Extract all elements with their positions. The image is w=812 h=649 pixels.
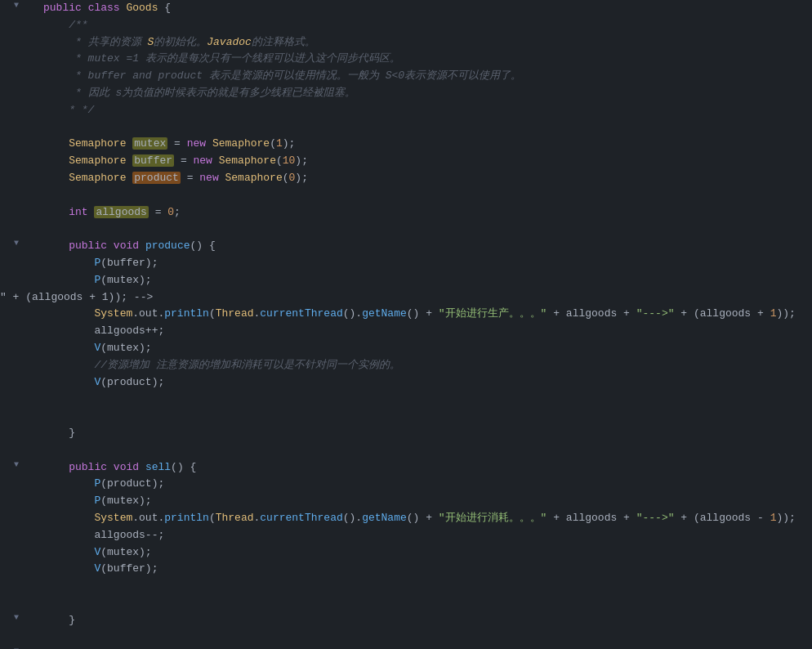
line-content-1: public class Goods {: [37, 0, 812, 17]
line-content-29: P(mutex);: [37, 493, 812, 510]
line-content-12: [37, 187, 812, 204]
code-line-14: [0, 221, 812, 238]
line-content-18: System.out.println(Thread.currentThread(…: [37, 306, 812, 323]
line-content-13: int allgoods = 0;: [37, 204, 812, 222]
code-line-25: }: [0, 425, 812, 442]
gutter-15: ▼: [0, 238, 37, 249]
code-line-37: [0, 629, 812, 646]
code-editor: ▼ public class Goods { /** * 共享的资源 S的初始化…: [0, 0, 812, 649]
code-line-35: [0, 595, 812, 612]
code-line-10: Semaphore buffer = new Semaphore(10);: [0, 153, 812, 170]
code-line-5: * buffer and product 表示是资源的可以使用情况。一般为 S<…: [0, 68, 812, 85]
gutter-1: ▼: [0, 0, 37, 11]
code-line-4: * mutex =1 表示的是每次只有一个线程可以进入这个同步代码区。: [0, 51, 812, 68]
code-line-36: ▼ }: [0, 612, 812, 629]
code-line-32: V(mutex);: [0, 544, 812, 562]
code-line-27: ▼ public void sell() {: [0, 459, 812, 477]
code-line-31: allgoods--;: [0, 527, 812, 544]
line-content-5: * buffer and product 表示是资源的可以使用情况。一般为 S<…: [37, 68, 812, 85]
code-line-18: System.out.println(Thread.currentThread(…: [0, 306, 812, 323]
line-content-4: * mutex =1 表示的是每次只有一个线程可以进入这个同步代码区。: [37, 51, 812, 68]
code-line-6: * 因此 s为负值的时候表示的就是有多少线程已经被阻塞。: [0, 85, 812, 102]
code-line-29: P(mutex);: [0, 493, 812, 510]
line-content-10: Semaphore buffer = new Semaphore(10);: [37, 153, 812, 170]
line-content-3: * 共享的资源 S的初始化。Javadoc的注释格式。: [37, 34, 812, 51]
line-content-36: }: [37, 612, 812, 629]
line-content-22: V(product);: [37, 374, 812, 392]
code-line-28: P(product);: [0, 476, 812, 493]
code-line-30: System.out.println(Thread.currentThread(…: [0, 510, 812, 527]
line-content-25: }: [37, 425, 812, 442]
line-content-31: allgoods--;: [37, 527, 812, 544]
line-content-32: V(mutex);: [37, 544, 812, 562]
line-content-33: V(buffer);: [37, 561, 812, 578]
code-line-3: * 共享的资源 S的初始化。Javadoc的注释格式。: [0, 34, 812, 51]
line-content-2: /**: [37, 17, 812, 34]
line-content-7: * */: [37, 102, 812, 119]
code-line-15: ▼ public void produce() {: [0, 238, 812, 255]
code-line-13: int allgoods = 0;: [0, 204, 812, 222]
line-content-8: [37, 119, 812, 137]
line-content-27: public void sell() {: [37, 459, 812, 477]
fold-icon-27[interactable]: ▼: [11, 459, 22, 471]
code-line-22: V(product);: [0, 374, 812, 392]
line-content-20: V(mutex);: [37, 340, 812, 357]
line-content-23: [37, 391, 812, 408]
code-line-12: [0, 187, 812, 204]
code-line-17: P(mutex);: [0, 272, 812, 289]
line-content-30: System.out.println(Thread.currentThread(…: [37, 510, 812, 527]
line-content-15: public void produce() {: [37, 238, 812, 255]
line-content-37: [37, 629, 812, 646]
line-content-21: //资源增加 注意资源的增加和消耗可以是不针对同一个实例的。: [37, 357, 812, 374]
line-content-14: [37, 221, 812, 238]
code-line-8: [0, 119, 812, 137]
line-content-17: P(mutex);: [37, 272, 812, 289]
code-line-21: //资源增加 注意资源的增加和消耗可以是不针对同一个实例的。: [0, 357, 812, 374]
code-line-34: [0, 578, 812, 595]
line-content-28: P(product);: [37, 476, 812, 493]
gutter-36: ▼: [0, 612, 37, 624]
code-line-16: P(buffer);: [0, 255, 812, 272]
code-line-7: * */: [0, 102, 812, 119]
fold-icon-36[interactable]: ▼: [11, 612, 22, 624]
line-content-34: [37, 578, 812, 595]
gutter-27: ▼: [0, 459, 37, 471]
fold-icon-38[interactable]: ▼: [11, 646, 22, 649]
code-line-24: [0, 408, 812, 425]
code-line-38: ▼ }: [0, 646, 812, 649]
code-line-19: allgoods++;: [0, 323, 812, 340]
fold-icon-15[interactable]: ▼: [11, 238, 22, 249]
line-content-35: [37, 595, 812, 612]
code-line-33: V(buffer);: [0, 561, 812, 578]
line-content-6: * 因此 s为负值的时候表示的就是有多少线程已经被阻塞。: [37, 85, 812, 102]
line-content-24: [37, 408, 812, 425]
code-line-1: ▼ public class Goods {: [0, 0, 812, 17]
line-content-38: }: [37, 646, 812, 649]
line-content-26: [37, 442, 812, 459]
code-line-11: Semaphore product = new Semaphore(0);: [0, 170, 812, 187]
code-line-26: [0, 442, 812, 459]
line-content-11: Semaphore product = new Semaphore(0);: [37, 170, 812, 187]
code-line-20: V(mutex);: [0, 340, 812, 357]
code-line-9: Semaphore mutex = new Semaphore(1);: [0, 136, 812, 153]
line-content-19: allgoods++;: [37, 323, 812, 340]
line-content-9: Semaphore mutex = new Semaphore(1);: [37, 136, 812, 153]
gutter-38: ▼: [0, 646, 37, 649]
code-line-2: /**: [0, 17, 812, 34]
fold-icon-1[interactable]: ▼: [11, 0, 22, 11]
line-content-16: P(buffer);: [37, 255, 812, 272]
code-line-23: [0, 391, 812, 408]
